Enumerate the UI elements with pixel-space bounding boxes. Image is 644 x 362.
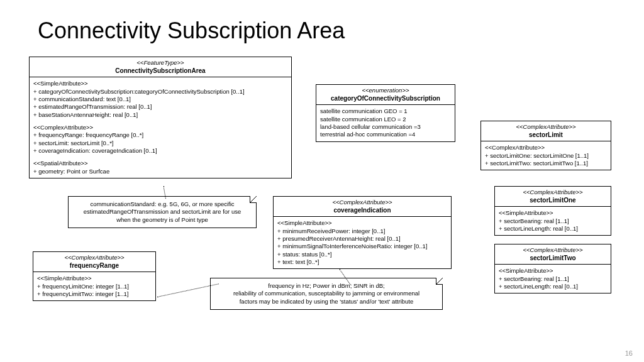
class-name: categoryOfConnectivitySubscription — [320, 94, 451, 102]
class-name: sectorLimitTwo — [499, 254, 607, 262]
enum-literal: satellite communication GEO = 1 — [320, 107, 451, 115]
uml-class-sector-limit-one: <<ComplexAttribute>> sectorLimitOne <<Si… — [494, 186, 611, 236]
attribute: + sectorBearing: real [1..1] — [499, 275, 607, 283]
enum-literal: satellite communication LEO = 2 — [320, 116, 451, 123]
stereotype-label: <<ComplexAttribute>> — [277, 199, 447, 206]
class-name: sectorLimitOne — [499, 196, 607, 204]
stereotype-label: <<enumeration>> — [320, 87, 451, 94]
attribute: + sectorLimitOne: sectorLimitOne [1..1] — [485, 152, 607, 160]
attribute: + sectorLineLength: real [0..1] — [499, 283, 607, 290]
attribute: + frequencyLimitTwo: integer [1..1] — [37, 290, 152, 298]
attribute: + sectorBearing: real [1..1] — [499, 217, 607, 225]
stereotype-label: <<ComplexAttribute>> — [485, 123, 607, 131]
attribute: + text: text [0..*] — [277, 258, 447, 266]
page-number: 16 — [625, 349, 633, 357]
section-header: <<SimpleAttribute>> — [37, 275, 152, 282]
attribute: + baseStationAntennaHeight: real [0..1] — [33, 111, 287, 119]
stereotype-label: <<ComplexAttribute>> — [37, 254, 152, 261]
note-line: frequency in Hz; Power in dBm; SINR in d… — [216, 282, 437, 290]
uml-note-frequency: frequency in Hz; Power in dBm; SINR in d… — [210, 278, 443, 310]
note-line: estimatedRangeOfTransmission and sectorL… — [74, 208, 251, 216]
attribute: + frequencyLimitOne: integer [1..1] — [37, 283, 152, 290]
section-header: <<SimpleAttribute>> — [499, 267, 607, 275]
uml-enum-category: <<enumeration>> categoryOfConnectivitySu… — [316, 84, 455, 142]
uml-class-coverage-indication: <<ComplexAttribute>> coverageIndication … — [273, 196, 452, 269]
uml-class-frequency-range: <<ComplexAttribute>> frequencyRange <<Si… — [33, 251, 156, 301]
section-header: <<ComplexAttribute>> — [33, 124, 287, 131]
uml-class-connectivity-subscription-area: <<FeatureType>> ConnectivitySubscription… — [29, 57, 292, 178]
slide-title: Connectivity Subscription Area — [38, 18, 345, 44]
attribute: + estimatedRangeOfTransmission: real [0.… — [33, 103, 287, 111]
attribute: + status: status [0..*] — [277, 251, 447, 258]
uml-class-sector-limit-two: <<ComplexAttribute>> sectorLimitTwo <<Si… — [494, 244, 611, 293]
enum-literal: land-based cellular communication =3 — [320, 123, 451, 131]
note-line: reliability of communication, susceptabi… — [216, 290, 437, 297]
attribute: + sectorLineLength: real [0..1] — [499, 225, 607, 233]
stereotype-label: <<ComplexAttribute>> — [499, 246, 607, 254]
section-header: <<SimpleAttribute>> — [277, 219, 447, 227]
section-header: <<ComplexAttribute>> — [485, 144, 607, 151]
enum-literal: terrestrial ad-hoc communication =4 — [320, 131, 451, 138]
note-line: communicationStandard: e.g. 5G, 6G, or m… — [74, 200, 251, 208]
note-line: when the geometry is of Point type — [74, 216, 251, 224]
attribute: + communicationStandard: text [0..1] — [33, 96, 287, 103]
note-line: factors may be indicated by using the 's… — [216, 298, 437, 305]
uml-note-communication-standard: communicationStandard: e.g. 5G, 6G, or m… — [68, 196, 257, 228]
attribute: + minimumSignalToInterferenceNoiseRatio:… — [277, 243, 447, 250]
class-name: ConnectivitySubscriptionArea — [33, 67, 287, 75]
section-header: <<SpatialAttribute>> — [33, 160, 287, 167]
class-name: sectorLimit — [485, 131, 607, 139]
attribute: + categoryOfConnectivitySubscription:cat… — [33, 88, 287, 96]
stereotype-label: <<ComplexAttribute>> — [499, 189, 607, 196]
section-header: <<SimpleAttribute>> — [33, 80, 287, 87]
attribute: + presumedReceiverAntennaHeight: real [0… — [277, 235, 447, 243]
uml-class-sector-limit: <<ComplexAttribute>> sectorLimit <<Compl… — [480, 121, 611, 170]
attribute: + geometry: Point or Surfcae — [33, 168, 287, 175]
class-name: coverageIndication — [277, 206, 447, 214]
attribute: + minimumReceivedPower: integer [0..1] — [277, 228, 447, 235]
section-header: <<SimpleAttribute>> — [499, 209, 607, 217]
stereotype-label: <<FeatureType>> — [33, 59, 287, 67]
attribute: + sectorLimitTwo: sectorLimitTwo [1..1] — [485, 160, 607, 167]
attribute: + sectorLimit: sectorLimit [0..*] — [33, 140, 287, 147]
class-name: frequencyRange — [37, 261, 152, 270]
attribute: + coverageIndication: coverageIndication… — [33, 147, 287, 155]
attribute: + frequencyRange: frequencyRange [0..*] — [33, 131, 287, 139]
